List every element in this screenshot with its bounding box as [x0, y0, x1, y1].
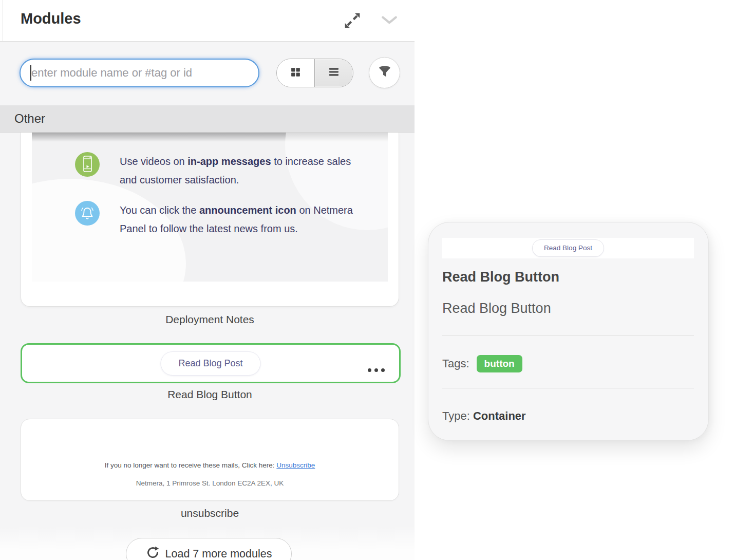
- bullet-text: Use videos on in-app messages to increas…: [120, 152, 362, 189]
- view-mode-toggle: [276, 59, 353, 87]
- tooltip-subtitle: Read Blog Button: [442, 301, 551, 316]
- bullet-in-app-videos: Use videos on in-app messages to increas…: [75, 152, 362, 189]
- list-view-button[interactable]: [315, 59, 353, 87]
- module-search-input[interactable]: [20, 59, 259, 87]
- filter-button[interactable]: [369, 57, 400, 88]
- module-details-tooltip: Read Blog Post Read Blog Button Read Blo…: [428, 222, 709, 441]
- unsubscribe-line: If you no longer want to receive these m…: [105, 461, 315, 469]
- panel-title: Modules: [21, 10, 81, 27]
- section-label: Other: [14, 111, 45, 126]
- read-blog-post-button-preview: Read Blog Post: [160, 351, 260, 376]
- module-caption-deployment-notes: Deployment Notes: [21, 313, 399, 326]
- address-line: Netmera, 1 Primrose St. London EC2A 2EX,…: [136, 479, 284, 487]
- section-header-other[interactable]: Other: [0, 105, 415, 133]
- text-caret: [30, 65, 31, 81]
- module-card-unsubscribe[interactable]: If you no longer want to receive these m…: [21, 419, 399, 501]
- filter-funnel-icon: [377, 64, 392, 81]
- chevron-down-icon: [380, 20, 399, 28]
- load-more-modules-button[interactable]: Load 7 more modules: [126, 538, 292, 560]
- read-blog-post-button-preview: Read Blog Post: [532, 239, 604, 257]
- list-view-icon: [327, 66, 341, 80]
- panel-edge-line: [3, 0, 3, 41]
- announcement-bell-icon: [75, 201, 100, 226]
- tooltip-type-row: Type: Container: [442, 409, 526, 423]
- unsubscribe-link: Unsubscribe: [276, 461, 315, 469]
- bullet-announcement: You can click the announcement icon on N…: [75, 201, 362, 238]
- load-more-label: Load 7 more modules: [165, 548, 272, 560]
- module-caption-unsubscribe: unsubscribe: [21, 507, 399, 519]
- module-card-deployment-notes[interactable]: Use videos on in-app messages to increas…: [21, 133, 399, 307]
- tag-badge-button: button: [477, 355, 522, 372]
- tags-label: Tags:: [442, 357, 469, 370]
- search-toolbar: [0, 42, 415, 105]
- refresh-icon: [146, 546, 160, 560]
- module-card-read-blog-button[interactable]: Read Blog Post: [21, 343, 401, 383]
- phone-video-icon: [75, 152, 100, 177]
- expand-diagonal-icon: [342, 26, 363, 33]
- divider: [442, 335, 694, 335]
- module-caption-read-blog-button: Read Blog Button: [21, 388, 399, 401]
- grid-view-icon: [290, 66, 302, 80]
- grid-view-button[interactable]: [277, 59, 315, 87]
- tooltip-title: Read Blog Button: [442, 269, 559, 285]
- collapse-panel-button[interactable]: [378, 12, 401, 30]
- deployment-notes-preview: Use videos on in-app messages to increas…: [32, 133, 388, 282]
- divider: [442, 388, 694, 388]
- more-options-icon[interactable]: [368, 368, 385, 372]
- tooltip-tags-row: Tags: button: [442, 355, 522, 372]
- bullet-text: You can click the announcement icon on N…: [120, 201, 362, 238]
- module-preview-strip: Read Blog Post: [442, 238, 694, 258]
- panel-header: Modules: [0, 0, 415, 42]
- modules-panel: Modules: [0, 0, 415, 560]
- expand-panel-button[interactable]: [342, 9, 363, 32]
- page: Modules: [0, 0, 753, 560]
